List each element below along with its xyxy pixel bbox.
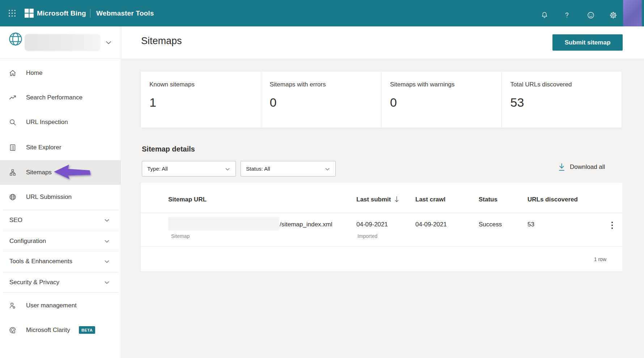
feedback-smiley-icon[interactable] xyxy=(587,11,595,19)
download-icon xyxy=(558,162,565,172)
sitemap-url-redacted xyxy=(168,217,279,231)
beta-badge: BETA xyxy=(79,326,95,334)
submit-sitemap-button[interactable]: Submit sitemap xyxy=(552,34,623,51)
help-icon[interactable] xyxy=(563,11,571,19)
status-filter-dropdown[interactable]: Status: All xyxy=(241,161,336,176)
sidebar-item-url-submission[interactable]: URL Submission xyxy=(0,185,121,209)
table-footer-count: 1 row xyxy=(594,256,606,262)
sitemap-icon xyxy=(9,169,17,176)
download-all-button[interactable]: Download all xyxy=(558,162,605,172)
chevron-down-icon xyxy=(104,217,110,223)
home-icon xyxy=(9,69,17,77)
column-urls-discovered[interactable]: URLs discovered xyxy=(528,196,578,203)
chevron-down-icon xyxy=(325,166,330,172)
sidebar-item-url-inspection[interactable]: URL Inspection xyxy=(0,110,121,135)
sidebar-item-site-explorer[interactable]: Site Explorer xyxy=(0,135,121,160)
site-selector[interactable] xyxy=(0,26,121,59)
brand-title[interactable]: Microsoft Bing xyxy=(37,9,86,17)
last-crawl-value: 04-09-2021 xyxy=(415,221,447,228)
status-value: Success xyxy=(479,221,502,228)
stat-card-sitemaps-errors: Sitemaps with errors 0 xyxy=(261,72,382,128)
sort-descending-icon[interactable] xyxy=(394,196,399,203)
avatar[interactable] xyxy=(623,0,642,26)
clarity-icon xyxy=(9,326,17,334)
document-list-icon xyxy=(9,144,17,152)
sidebar-section-tools-enhancements[interactable]: Tools & Enhancements xyxy=(0,251,121,272)
table-row[interactable]: /sitemap_index.xml Sitemap 04-09-2021 Im… xyxy=(141,213,622,247)
search-icon xyxy=(9,118,17,126)
site-name-redacted xyxy=(25,34,101,51)
top-bar: Microsoft Bing Webmaster Tools xyxy=(0,0,644,26)
chevron-down-icon xyxy=(104,238,110,244)
stat-card-sitemaps-warnings: Sitemaps with warnings 0 xyxy=(381,72,502,128)
stats-cards: Known sitemaps 1 Sitemaps with errors 0 … xyxy=(141,72,622,128)
chevron-down-icon xyxy=(104,280,110,286)
sidebar-item-microsoft-clarity[interactable]: Microsoft Clarity BETA xyxy=(0,318,121,342)
sidebar-section-configuration[interactable]: Configuration xyxy=(0,231,121,251)
sidebar-item-home[interactable]: Home xyxy=(0,61,121,85)
chevron-down-icon xyxy=(105,39,112,46)
settings-gear-icon[interactable] xyxy=(609,11,617,19)
sitemaps-table: Sitemap URL Last submit Last crawl Statu… xyxy=(141,183,622,272)
sidebar-item-search-performance[interactable]: Search Performance xyxy=(0,85,121,110)
globe-icon xyxy=(9,193,17,201)
trend-up-icon xyxy=(9,94,17,102)
sitemap-type-label: Sitemap xyxy=(171,233,190,239)
column-status[interactable]: Status xyxy=(479,196,497,203)
chevron-down-icon xyxy=(104,259,110,265)
column-sitemap-url[interactable]: Sitemap URL xyxy=(168,196,207,203)
sitemap-url-suffix: /sitemap_index.xml xyxy=(280,221,332,228)
table-header: Sitemap URL Last submit Last crawl Statu… xyxy=(141,183,622,213)
chevron-down-icon xyxy=(225,166,230,172)
last-submit-note: Imported xyxy=(357,233,377,239)
product-title[interactable]: Webmaster Tools xyxy=(96,9,154,17)
notifications-icon[interactable] xyxy=(541,11,548,19)
last-submit-value: 04-09-2021 xyxy=(356,221,388,228)
column-last-crawl[interactable]: Last crawl xyxy=(415,196,445,203)
brand-separator xyxy=(90,9,90,18)
sidebar-section-security-privacy[interactable]: Security & Privacy xyxy=(0,272,121,293)
sidebar-section-seo[interactable]: SEO xyxy=(0,210,121,230)
waffle-menu-icon[interactable] xyxy=(8,9,16,17)
user-icon xyxy=(9,302,17,310)
annotation-arrow xyxy=(53,163,93,182)
row-menu-kebab-icon[interactable] xyxy=(609,222,615,233)
stat-card-total-urls: Total URLs discovered 53 xyxy=(502,72,622,128)
column-last-submit[interactable]: Last submit xyxy=(356,196,391,203)
stat-card-known-sitemaps: Known sitemaps 1 xyxy=(141,72,261,128)
urls-discovered-value: 53 xyxy=(528,221,534,228)
site-globe-icon xyxy=(8,31,23,47)
sidebar-item-user-management[interactable]: User management xyxy=(0,293,121,318)
section-heading: Sitemap details xyxy=(142,145,195,153)
microsoft-logo-icon xyxy=(25,9,34,18)
type-filter-dropdown[interactable]: Type: All xyxy=(142,161,236,176)
page-title: Sitemaps xyxy=(141,35,182,47)
sidebar: Home Search Performance URL Inspection S… xyxy=(0,26,121,358)
